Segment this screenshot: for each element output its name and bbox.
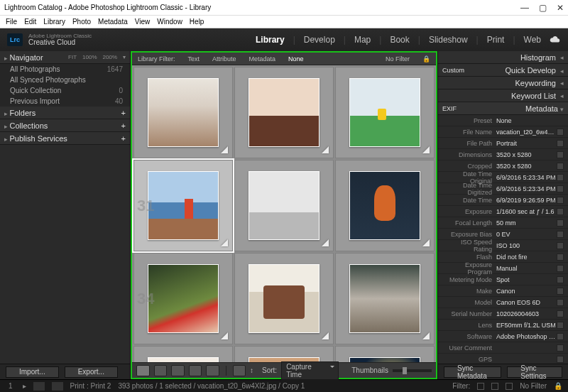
flag-corner-icon[interactable] <box>322 146 329 153</box>
module-map[interactable]: Map <box>354 35 371 45</box>
histogram-panel-header[interactable]: Histogram◂ <box>438 51 568 64</box>
grid-view-icon[interactable] <box>136 365 150 376</box>
quickdev-preset-dropdown[interactable]: Custom <box>442 67 464 74</box>
metadata-value[interactable]: Canon <box>496 288 557 295</box>
minimize-icon[interactable]: — <box>520 3 529 13</box>
keywordlist-panel-header[interactable]: Keyword List◂ <box>438 89 568 102</box>
plus-icon[interactable]: + <box>121 134 126 143</box>
metadata-value[interactable]: 6/9/2019 9:26:59 PM <box>496 197 557 204</box>
edit-icon[interactable] <box>557 299 564 306</box>
edit-icon[interactable] <box>557 219 564 227</box>
edit-icon[interactable] <box>557 288 564 295</box>
navigator-zoom-200[interactable]: 200% <box>103 54 117 60</box>
catalog-item[interactable]: All Photographs1647 <box>0 64 130 75</box>
menu-edit[interactable]: Edit <box>24 18 36 26</box>
grid-icon[interactable] <box>52 382 63 391</box>
painter-icon[interactable] <box>233 365 246 376</box>
metadata-value[interactable]: 6/9/2016 5:23:34 PM <box>496 185 557 192</box>
quickdevelop-panel-header[interactable]: Custom Quick Develop◂ <box>438 64 568 77</box>
module-develop[interactable]: Develop <box>304 35 335 45</box>
metadata-value[interactable]: 6/9/2016 5:23:34 PM <box>496 174 557 181</box>
flag-corner-icon[interactable] <box>422 239 430 246</box>
lock-icon[interactable]: 🔒 <box>422 55 430 62</box>
metadata-panel-header[interactable]: EXIF Metadata ▾ <box>438 102 568 115</box>
survey-view-icon[interactable] <box>189 365 202 376</box>
edit-icon[interactable] <box>557 265 564 272</box>
thumbnail-cell[interactable] <box>234 160 334 251</box>
thumbnail-cell[interactable]: 37 <box>133 346 233 362</box>
flag-corner-icon[interactable] <box>422 146 430 153</box>
cloud-icon[interactable] <box>548 35 561 45</box>
thumbnail-grid[interactable]: 313437 <box>132 65 436 362</box>
thumbnail-cell[interactable] <box>234 253 334 344</box>
flag-corner-icon[interactable] <box>221 146 228 153</box>
edit-icon[interactable] <box>557 185 564 192</box>
module-slideshow[interactable]: Slideshow <box>429 35 468 45</box>
edit-icon[interactable] <box>557 197 564 204</box>
metadata-value[interactable]: EF50mm f/1.2L USM <box>496 322 557 329</box>
edit-icon[interactable] <box>557 129 564 136</box>
catalog-item[interactable]: All Synced Photographs <box>0 75 130 85</box>
menu-help[interactable]: Help <box>190 18 204 26</box>
status-print[interactable]: Print : Print 2 <box>70 382 111 390</box>
sync-metadata-button[interactable]: Sync Metadata <box>444 366 501 378</box>
thumbnail-cell[interactable] <box>234 346 334 362</box>
metadata-value[interactable]: Adobe Photoshop Lightroom S... <box>496 333 557 340</box>
loupe-view-icon[interactable] <box>154 365 168 376</box>
maximize-icon[interactable]: ▢ <box>539 3 547 13</box>
thumbnail-cell[interactable] <box>335 253 435 344</box>
thumbnail-cell[interactable] <box>133 67 233 158</box>
sync-settings-button[interactable]: Sync Settings <box>507 366 562 378</box>
catalog-item[interactable]: Quick Collection0 <box>0 85 130 96</box>
edit-icon[interactable] <box>557 310 564 317</box>
thumbnail-cell[interactable] <box>335 346 435 362</box>
module-print[interactable]: Print <box>487 35 505 45</box>
flag-corner-icon[interactable] <box>422 332 430 339</box>
secondary-monitor-icon[interactable] <box>33 382 45 391</box>
filter-text[interactable]: Text <box>188 55 200 62</box>
page-indicator[interactable]: 1 <box>6 382 16 390</box>
edit-icon[interactable] <box>557 231 564 238</box>
edit-icon[interactable] <box>557 151 564 158</box>
menu-view[interactable]: View <box>135 18 151 26</box>
catalog-item[interactable]: Previous Import40 <box>0 96 130 107</box>
metadata-value[interactable]: ISO 100 <box>496 242 557 249</box>
edit-icon[interactable] <box>557 322 564 329</box>
compare-view-icon[interactable] <box>171 365 185 376</box>
filter-preset[interactable]: No Filter <box>386 55 410 62</box>
sort-dropdown[interactable]: Capture Time <box>281 361 339 380</box>
metadata-value[interactable]: Canon EOS 6D <box>496 299 557 306</box>
metadata-value[interactable]: 0 EV <box>496 231 557 238</box>
navigator-panel-header[interactable]: ▸ Navigator FIT 100% 200% ▾ <box>0 51 130 64</box>
import-button[interactable]: Import... <box>6 366 59 378</box>
status-nofilter[interactable]: No Filter <box>520 382 547 390</box>
lock-icon[interactable]: 🔒 <box>554 382 562 390</box>
metadata-value[interactable]: 50 mm <box>496 219 557 227</box>
filmstrip-toggle-icon[interactable]: ▸ <box>23 382 26 390</box>
metadata-value[interactable]: 1/1600 sec at ƒ / 1.6 <box>496 208 557 215</box>
flag-filter-icon[interactable] <box>477 383 484 390</box>
module-library[interactable]: Library <box>256 35 285 45</box>
keywording-panel-header[interactable]: Keywording◂ <box>438 77 568 89</box>
edit-icon[interactable] <box>557 344 564 352</box>
edit-icon[interactable] <box>557 174 564 181</box>
flag-corner-icon[interactable] <box>322 239 329 246</box>
thumbnail-cell[interactable]: 31 <box>133 160 233 251</box>
thumbnail-cell[interactable] <box>234 67 334 158</box>
menu-window[interactable]: Window <box>157 18 182 26</box>
plus-icon[interactable]: + <box>121 121 126 130</box>
metadata-value[interactable]: Spot <box>496 276 557 283</box>
metadata-value[interactable]: 102026004603 <box>496 310 557 317</box>
publish-panel-header[interactable]: ▸ Publish Services + <box>0 132 130 145</box>
metadata-preset-dropdown[interactable]: None <box>496 117 564 124</box>
flag-corner-icon[interactable] <box>221 239 228 246</box>
flag-corner-icon[interactable] <box>221 332 228 339</box>
navigator-zoom-100[interactable]: 100% <box>82 54 97 60</box>
module-book[interactable]: Book <box>390 35 409 45</box>
folders-panel-header[interactable]: ▸ Folders + <box>0 107 130 119</box>
menu-metadata[interactable]: Metadata <box>98 18 128 26</box>
flag-filter-icon[interactable] <box>506 383 513 390</box>
edit-icon[interactable] <box>557 242 564 249</box>
export-button[interactable]: Export... <box>65 366 118 378</box>
edit-icon[interactable] <box>557 254 564 261</box>
